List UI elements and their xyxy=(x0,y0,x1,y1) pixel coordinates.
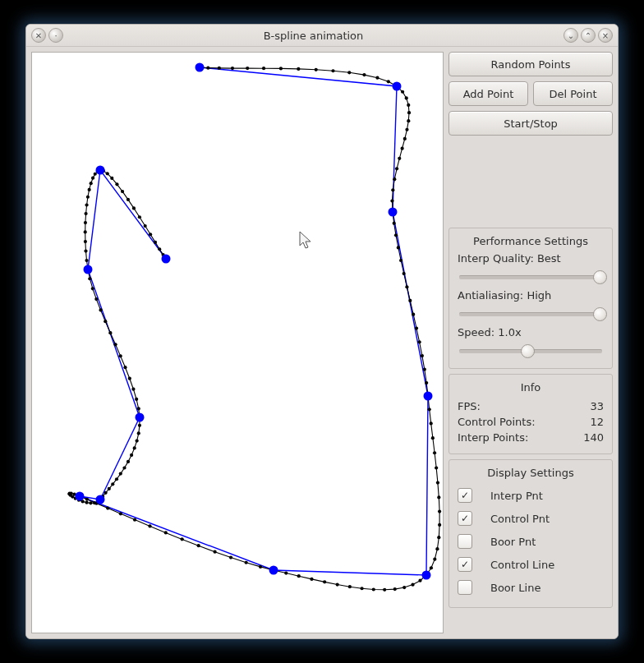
svg-point-144 xyxy=(115,182,118,186)
spline-canvas[interactable] xyxy=(31,52,444,633)
speed-slider[interactable] xyxy=(458,342,604,360)
svg-point-64 xyxy=(348,585,352,588)
display-option-label: Interp Pnt xyxy=(490,490,543,502)
control-point[interactable] xyxy=(196,63,205,72)
svg-point-26 xyxy=(391,188,394,191)
svg-point-18 xyxy=(407,111,411,114)
checkbox[interactable]: ✓ xyxy=(458,557,472,572)
info-group: Info FPS:33Control Points:12Interp Point… xyxy=(448,374,613,454)
svg-point-59 xyxy=(402,586,406,589)
performance-settings-title: Performance Settings xyxy=(458,235,604,247)
control-point[interactable] xyxy=(389,208,398,217)
svg-point-4 xyxy=(246,67,249,70)
display-settings-group: Display Settings ✓Interp Pnt✓Control Pnt… xyxy=(448,459,613,608)
app-window: ✕ · B-spline animation ⌄ ⌃ × Random Poin… xyxy=(25,24,619,639)
svg-point-122 xyxy=(99,308,102,311)
svg-point-134 xyxy=(86,196,90,199)
display-option: Boor Line xyxy=(458,576,604,599)
svg-point-7 xyxy=(297,67,300,71)
svg-point-148 xyxy=(138,215,141,219)
interp-quality-slider[interactable] xyxy=(458,268,604,286)
svg-point-49 xyxy=(437,495,440,499)
svg-point-127 xyxy=(85,259,88,262)
info-value: 33 xyxy=(590,400,604,412)
control-point[interactable] xyxy=(422,571,431,580)
titlebar: ✕ · B-spline animation ⌄ ⌃ × xyxy=(26,25,618,47)
svg-point-145 xyxy=(121,190,124,193)
svg-point-90 xyxy=(71,495,74,498)
control-point[interactable] xyxy=(136,413,145,422)
control-point[interactable] xyxy=(96,495,105,504)
antialiasing-slider[interactable] xyxy=(458,305,604,323)
svg-point-76 xyxy=(181,537,184,541)
checkbox[interactable] xyxy=(458,534,472,549)
control-point[interactable] xyxy=(162,255,171,264)
speed-label: Speed: 1.0x xyxy=(458,326,604,338)
svg-point-147 xyxy=(132,206,136,209)
svg-point-104 xyxy=(119,472,122,476)
svg-point-30 xyxy=(394,233,398,237)
checkbox[interactable]: ✓ xyxy=(458,511,472,526)
svg-point-125 xyxy=(88,277,91,280)
maximize-icon[interactable]: ⌃ xyxy=(581,28,596,43)
svg-point-114 xyxy=(135,398,138,401)
svg-point-36 xyxy=(412,313,415,316)
svg-point-78 xyxy=(148,524,151,527)
svg-point-48 xyxy=(436,481,439,485)
svg-point-61 xyxy=(383,588,386,592)
svg-point-69 xyxy=(284,571,288,574)
svg-point-96 xyxy=(93,501,96,504)
svg-point-71 xyxy=(259,565,262,569)
svg-point-138 xyxy=(94,173,97,176)
svg-point-27 xyxy=(390,199,393,202)
svg-point-107 xyxy=(130,454,133,457)
control-point[interactable] xyxy=(96,166,105,175)
control-point[interactable] xyxy=(269,566,278,575)
antialiasing-label: Antialiasing: High xyxy=(458,289,604,302)
svg-point-150 xyxy=(149,233,152,236)
svg-point-103 xyxy=(115,477,118,481)
display-option-label: Control Pnt xyxy=(490,513,550,525)
svg-point-110 xyxy=(137,431,140,435)
checkbox[interactable] xyxy=(458,580,472,595)
svg-point-23 xyxy=(398,157,401,160)
svg-point-102 xyxy=(111,482,114,486)
svg-point-117 xyxy=(123,366,126,369)
control-point[interactable] xyxy=(76,492,85,501)
del-point-button[interactable]: Del Point xyxy=(533,81,613,106)
random-points-button[interactable]: Random Points xyxy=(448,52,613,76)
svg-point-137 xyxy=(91,177,94,180)
svg-point-8 xyxy=(315,68,318,71)
menu-icon[interactable]: · xyxy=(48,28,63,43)
svg-point-62 xyxy=(372,587,375,591)
svg-point-75 xyxy=(197,544,200,547)
minimize-icon[interactable]: ⌄ xyxy=(564,28,578,43)
svg-point-119 xyxy=(113,343,117,346)
svg-point-73 xyxy=(229,555,232,559)
svg-point-142 xyxy=(106,172,109,175)
svg-point-35 xyxy=(408,299,412,302)
control-point[interactable] xyxy=(84,265,93,274)
start-stop-button[interactable]: Start/Stop xyxy=(448,111,613,136)
svg-point-72 xyxy=(245,561,248,564)
svg-point-3 xyxy=(231,67,234,70)
app-icon: ✕ xyxy=(31,28,46,43)
add-point-button[interactable]: Add Point xyxy=(448,81,528,106)
side-panel: Random Points Add Point Del Point Start/… xyxy=(448,52,613,633)
svg-point-39 xyxy=(421,354,424,357)
svg-point-16 xyxy=(405,96,408,99)
display-option: ✓Interp Pnt xyxy=(458,484,604,507)
svg-point-120 xyxy=(108,331,112,334)
svg-point-121 xyxy=(104,320,107,323)
svg-point-60 xyxy=(393,587,397,591)
control-point[interactable] xyxy=(393,82,402,91)
svg-point-108 xyxy=(133,446,136,449)
svg-point-58 xyxy=(411,583,414,587)
close-icon[interactable]: × xyxy=(598,28,613,43)
svg-point-135 xyxy=(88,188,91,191)
svg-point-67 xyxy=(310,578,313,581)
control-point[interactable] xyxy=(424,392,433,401)
svg-point-44 xyxy=(430,421,433,425)
checkbox[interactable]: ✓ xyxy=(458,488,472,503)
svg-point-46 xyxy=(433,451,436,454)
